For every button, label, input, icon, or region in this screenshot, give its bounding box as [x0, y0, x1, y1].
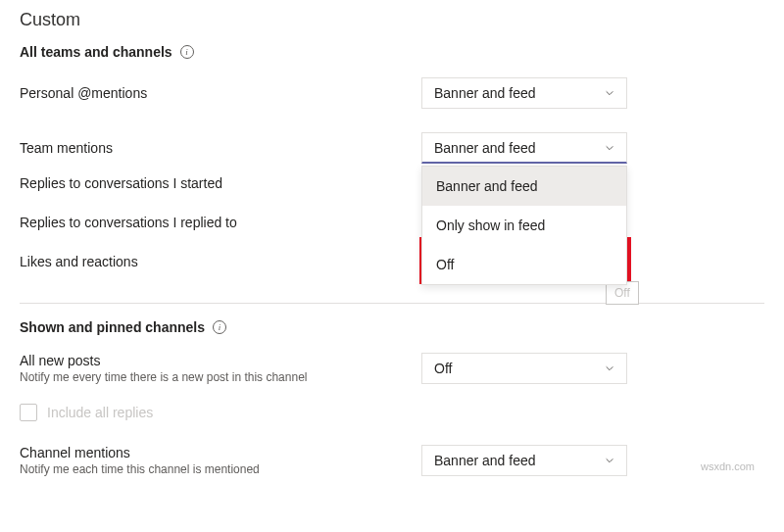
label-all-new-posts: All new posts Notify me every time there… [20, 353, 421, 384]
label-replies-started: Replies to conversations I started [20, 175, 421, 191]
row-include-replies: Include all replies [20, 404, 764, 421]
chevron-down-icon [605, 456, 614, 465]
dropdown-option-only-feed[interactable]: Only show in feed [422, 206, 626, 245]
dropdown-value: Banner and feed [434, 140, 536, 156]
chevron-down-icon [605, 363, 614, 373]
label-channel-mentions: Channel mentions Notify me each time thi… [20, 445, 421, 476]
label-sub: Notify me every time there is a new post… [20, 370, 421, 384]
row-likes-reactions: Likes and reactions [20, 254, 764, 269]
label-replies-replied: Replies to conversations I replied to [20, 215, 421, 230]
dropdown-option-off[interactable]: Off [422, 245, 626, 284]
chevron-down-icon [605, 143, 614, 153]
dropdown-value: Banner and feed [434, 85, 536, 101]
label-likes-reactions: Likes and reactions [20, 254, 421, 269]
label-sub: Notify me each time this channel is ment… [20, 462, 421, 476]
dropdown-personal-mentions[interactable]: Banner and feed [421, 77, 627, 109]
dropdown-value: Off [434, 361, 452, 376]
row-personal-mentions: Personal @mentions Banner and feed [20, 77, 764, 109]
info-icon[interactable]: i [213, 320, 226, 334]
label-text: Channel mentions [20, 445, 421, 460]
chevron-down-icon [605, 88, 614, 98]
section-shown-pinned: Shown and pinned channels i [20, 319, 764, 335]
label-include-replies: Include all replies [47, 405, 153, 420]
row-channel-mentions: Channel mentions Notify me each time thi… [20, 445, 764, 476]
dropdown-all-new-posts[interactable]: Off [421, 353, 627, 384]
page-title: Custom [20, 10, 764, 30]
row-all-new-posts: All new posts Notify me every time there… [20, 353, 764, 384]
row-replies-started: Replies to conversations I started [20, 175, 764, 191]
section-all-teams-channels: All teams and channels i [20, 44, 764, 60]
row-replies-replied: Replies to conversations I replied to [20, 215, 764, 230]
dropdown-value: Banner and feed [434, 453, 536, 468]
section-title: All teams and channels [20, 44, 172, 60]
divider [20, 303, 764, 304]
info-icon[interactable]: i [180, 45, 194, 59]
watermark: wsxdn.com [701, 460, 755, 472]
row-team-mentions: Team mentions Banner and feed Banner and… [20, 132, 764, 164]
checkbox-include-replies[interactable] [20, 404, 37, 421]
dropdown-channel-mentions[interactable]: Banner and feed [421, 445, 627, 476]
dropdown-option-banner-feed[interactable]: Banner and feed [422, 167, 626, 206]
label-team-mentions: Team mentions [20, 140, 421, 156]
dropdown-team-mentions[interactable]: Banner and feed [421, 132, 627, 164]
section-title: Shown and pinned channels [20, 319, 205, 335]
label-personal-mentions: Personal @mentions [20, 85, 421, 101]
dropdown-menu-team-mentions: Banner and feed Only show in feed Off [421, 166, 627, 285]
label-text: All new posts [20, 353, 421, 368]
